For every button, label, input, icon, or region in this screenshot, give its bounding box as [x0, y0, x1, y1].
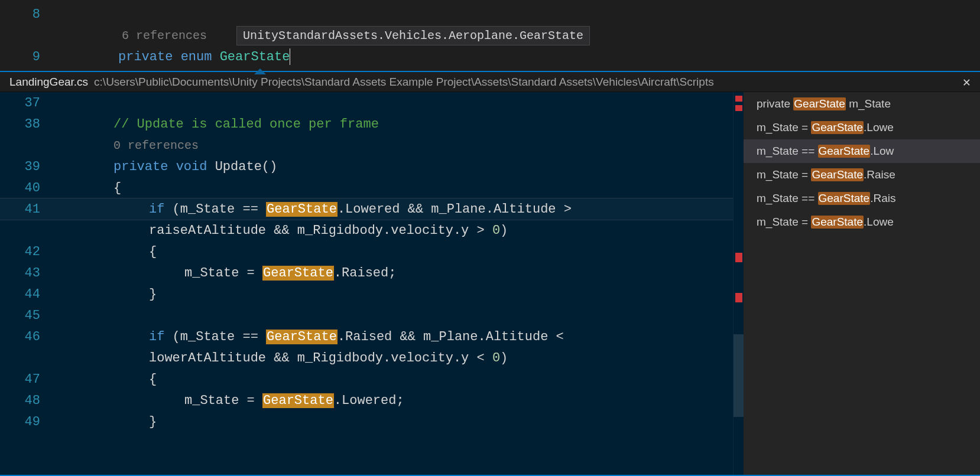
- code-line: private void Update(): [57, 159, 277, 174]
- peek-code-editor[interactable]: 37 38 // Update is called once per frame…: [0, 92, 733, 475]
- code-line: }: [57, 287, 157, 302]
- line-number: 45: [0, 308, 57, 323]
- reference-item[interactable]: m_State == GearState.Low: [744, 139, 980, 163]
- ruler-mark-icon: [735, 253, 742, 262]
- peek-filepath: c:\Users\Public\Documents\Unity Projects…: [94, 76, 959, 89]
- peek-filename[interactable]: LandingGear.cs: [9, 76, 88, 89]
- code-line: {: [57, 181, 121, 195]
- code-line-wrap: raiseAtAltitude && m_Rigidbody.velocity.…: [57, 223, 508, 238]
- reference-item[interactable]: m_State = GearState.Lowe: [744, 116, 980, 139]
- ruler-mark-icon: [735, 96, 742, 102]
- line-number: 37: [0, 96, 57, 110]
- peek-arrow-icon: [254, 69, 266, 74]
- peek-header: LandingGear.cs c:\Users\Public\Documents…: [0, 72, 980, 92]
- scrollbar-thumb[interactable]: [734, 334, 744, 417]
- code-line[interactable]: private enum GearState: [118, 48, 290, 65]
- line-number: 42: [0, 244, 57, 259]
- line-number: 39: [0, 159, 57, 174]
- hover-tooltip: UnityStandardAssets.Vehicles.Aeroplane.G…: [236, 26, 590, 45]
- line-number: 8: [0, 7, 57, 22]
- close-icon[interactable]: ✕: [959, 74, 974, 89]
- code-line: }: [57, 415, 157, 429]
- comment: // Update is called once per frame: [113, 117, 379, 132]
- line-number: 48: [0, 393, 57, 408]
- line-number: 41: [0, 202, 57, 217]
- code-line: {: [57, 244, 157, 259]
- code-line: m_State = GearState.Raised;: [57, 266, 396, 281]
- reference-item[interactable]: m_State == GearState.Rais: [744, 187, 980, 210]
- definition-pane: 8 6 references 9 private enum GearState …: [0, 0, 980, 71]
- ruler-mark-icon: [735, 105, 742, 111]
- code-line-wrap: lowerAtAltitude && m_Rigidbody.velocity.…: [57, 351, 508, 366]
- line-number: 38: [0, 117, 57, 132]
- reference-item[interactable]: m_State = GearState.Lowe: [744, 210, 980, 234]
- line-number: 49: [0, 415, 57, 429]
- code-line: m_State = GearState.Lowered;: [57, 393, 404, 408]
- codelens-references[interactable]: 0 references: [113, 139, 199, 152]
- code-line: if (m_State == GearState.Lowered && m_Pl…: [57, 202, 579, 217]
- codelens-references[interactable]: 6 references: [118, 29, 207, 43]
- code-line: if (m_State == GearState.Raised && m_Pla…: [57, 330, 572, 344]
- reference-item[interactable]: private GearState m_State: [744, 92, 980, 116]
- line-number: 40: [0, 181, 57, 195]
- peek-body: 37 38 // Update is called once per frame…: [0, 92, 980, 475]
- overview-ruler[interactable]: [733, 92, 744, 475]
- line-number: 46: [0, 330, 57, 344]
- line-number: 47: [0, 372, 57, 387]
- ruler-mark-icon: [735, 293, 742, 302]
- reference-item[interactable]: m_State = GearState.Raise: [744, 163, 980, 187]
- code-line: {: [57, 372, 157, 387]
- reference-list: private GearState m_State m_State = Gear…: [744, 92, 980, 475]
- line-number: 9: [0, 50, 57, 64]
- line-number: 43: [0, 266, 57, 281]
- line-number: 44: [0, 287, 57, 302]
